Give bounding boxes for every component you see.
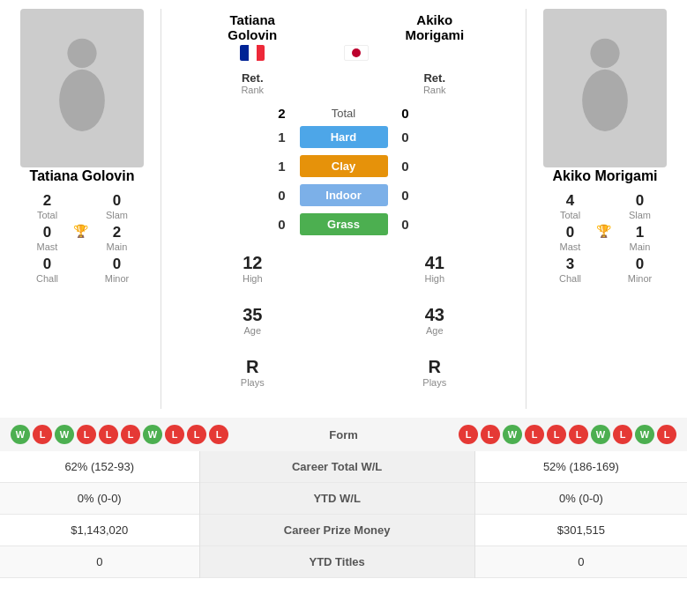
hard-right-score: 0 xyxy=(388,130,423,145)
left-mast-stat: 0 Mast xyxy=(16,224,78,252)
left-chall-stat: 0 Chall xyxy=(16,256,78,284)
comparison-top: Tatiana Golovin 2 Total 0 Slam 0 Mast 🏆 … xyxy=(0,0,687,409)
left-rank-val: Ret. xyxy=(241,71,264,85)
form-badge-l: L xyxy=(481,425,500,444)
right-plays-lbl: Plays xyxy=(422,377,446,388)
left-main-lbl: Main xyxy=(86,241,148,252)
total-label: Total xyxy=(300,107,388,120)
right-slam-lbl: Slam xyxy=(609,210,671,220)
left-slam-lbl: Slam xyxy=(86,210,148,220)
center-left-name-line1: Tatiana xyxy=(161,12,344,27)
right-minor-lbl: Minor xyxy=(609,273,671,284)
left-total-val: 2 xyxy=(16,192,78,210)
right-total-stat: 4 Total xyxy=(539,192,601,220)
center-right-name-line2: Morigami xyxy=(344,27,526,42)
right-rank-block: Ret. Rank xyxy=(423,71,446,95)
form-badge-l: L xyxy=(33,425,52,444)
left-player-photo xyxy=(20,9,144,167)
right-total-lbl: Total xyxy=(539,210,601,220)
svg-point-1 xyxy=(59,70,105,131)
right-slam-val: 0 xyxy=(609,192,671,210)
right-main-val: 1 xyxy=(609,224,671,241)
stats-table: 62% (152-93)Career Total W/L52% (186-169… xyxy=(0,451,687,578)
flag-jp-circle xyxy=(352,48,361,57)
flag-fr-white xyxy=(249,45,257,61)
right-form-badges: LLWLLLWLWL xyxy=(459,425,676,444)
left-age-block: 35 Age xyxy=(243,305,262,336)
stats-right-val: 0 xyxy=(474,546,687,578)
right-age-block: 43 Age xyxy=(425,305,444,336)
form-badge-l: L xyxy=(77,425,96,444)
stats-center-label: YTD W/L xyxy=(199,483,474,515)
right-mast-val: 0 xyxy=(539,224,601,241)
surface-section: 2 Total 0 1 Hard 0 1 Clay 0 0 xyxy=(265,99,423,249)
stats-center-label: YTD Titles xyxy=(199,546,474,578)
right-flag-jp xyxy=(344,45,369,61)
right-minor-val: 0 xyxy=(609,256,671,273)
form-badge-w: W xyxy=(143,425,162,444)
grass-badge: Grass xyxy=(300,213,388,235)
stats-right-val: 0% (0-0) xyxy=(474,483,687,515)
left-trophy-icon: 🏆 xyxy=(73,224,88,238)
right-rank-lbl: Rank xyxy=(423,85,446,95)
left-high-lbl: High xyxy=(243,273,263,284)
grass-left-score: 0 xyxy=(265,217,300,232)
form-badge-l: L xyxy=(569,425,588,444)
indoor-row: 0 Indoor 0 xyxy=(265,184,423,206)
right-player-photo xyxy=(543,9,667,167)
indoor-badge: Indoor xyxy=(300,184,388,206)
form-badge-l: L xyxy=(99,425,118,444)
form-badge-l: L xyxy=(165,425,184,444)
center-right-name: Akiko Morigami xyxy=(344,12,526,68)
left-slam-val: 0 xyxy=(86,192,148,210)
hard-badge: Hard xyxy=(300,126,388,148)
stats-left-val: $1,143,020 xyxy=(0,515,199,546)
right-player-block: Akiko Morigami 4 Total 0 Slam 0 Mast 🏆 1 xyxy=(530,9,680,409)
right-player-silhouette xyxy=(570,35,640,141)
center-left-name-line2: Golovin xyxy=(161,27,344,42)
left-mast-lbl: Mast xyxy=(16,241,78,252)
left-plays-block: R Plays xyxy=(241,357,265,388)
form-badge-l: L xyxy=(459,425,478,444)
indoor-left-score: 0 xyxy=(265,188,300,203)
left-age-val: 35 xyxy=(243,305,262,325)
right-age-val: 43 xyxy=(425,305,444,325)
total-left-score: 2 xyxy=(265,106,300,121)
total-right-score: 0 xyxy=(388,106,423,121)
center-block: Tatiana Golovin Akiko Morigami xyxy=(161,9,526,409)
grass-right-score: 0 xyxy=(388,217,423,232)
right-player-stats-grid: 4 Total 0 Slam 0 Mast 🏆 1 Main 3 xyxy=(539,192,671,284)
right-age-lbl: Age xyxy=(425,325,444,336)
total-row: 2 Total 0 xyxy=(265,106,423,121)
left-main-stat: 🏆 2 Main xyxy=(86,224,148,252)
form-badge-l: L xyxy=(187,425,206,444)
svg-point-2 xyxy=(590,39,619,68)
left-minor-lbl: Minor xyxy=(86,273,148,284)
stats-right-val: $301,515 xyxy=(474,515,687,546)
flag-fr-blue xyxy=(240,45,248,61)
main-container: Tatiana Golovin 2 Total 0 Slam 0 Mast 🏆 … xyxy=(0,0,687,578)
stats-center-label: Career Total W/L xyxy=(199,451,474,483)
clay-left-score: 1 xyxy=(265,159,300,174)
form-section: WLWLLLWLLL Form LLWLLLWLWL xyxy=(0,418,687,451)
svg-point-0 xyxy=(67,39,96,68)
left-main-val: 2 xyxy=(86,224,148,241)
form-badge-w: W xyxy=(635,425,654,444)
right-mast-stat: 0 Mast xyxy=(539,224,601,252)
hard-row: 1 Hard 0 xyxy=(265,126,423,148)
left-total-lbl: Total xyxy=(16,210,78,220)
right-trophy-icon: 🏆 xyxy=(596,224,611,238)
left-total-stat: 2 Total xyxy=(16,192,78,220)
svg-point-3 xyxy=(582,70,628,131)
right-plays-block: R Plays xyxy=(422,357,446,388)
stats-right-val: 52% (186-169) xyxy=(474,451,687,483)
stats-center-label: Career Prize Money xyxy=(199,515,474,546)
right-main-lbl: Main xyxy=(609,241,671,252)
left-high-val: 12 xyxy=(243,253,263,273)
right-player-name: Akiko Morigami xyxy=(552,167,657,184)
form-badge-w: W xyxy=(11,425,30,444)
form-badge-l: L xyxy=(613,425,632,444)
left-minor-val: 0 xyxy=(86,256,148,273)
left-player-stats-grid: 2 Total 0 Slam 0 Mast 🏆 2 Main 0 xyxy=(16,192,148,284)
form-badge-l: L xyxy=(525,425,544,444)
